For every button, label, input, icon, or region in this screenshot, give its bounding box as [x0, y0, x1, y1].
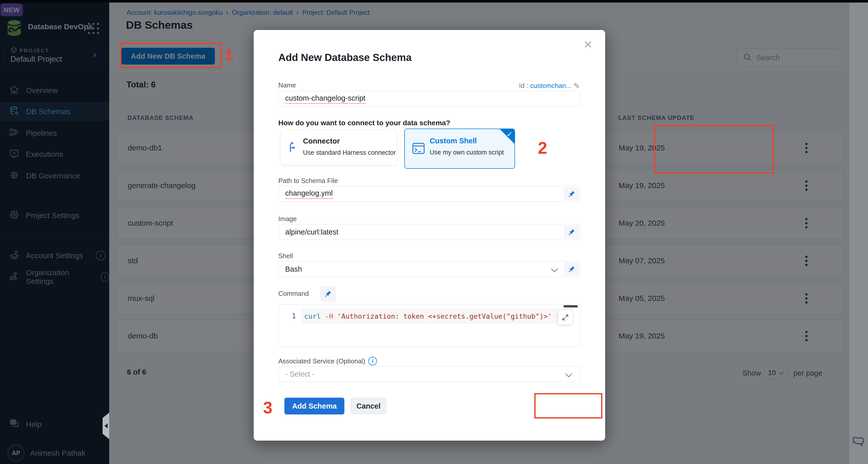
custom-shell-title: Custom Shell — [430, 137, 504, 145]
editor-scrollbar[interactable] — [563, 305, 578, 308]
modal-title: Add New Database Schema — [278, 52, 412, 63]
connect-question: How do you want to connect to your data … — [278, 119, 450, 127]
edit-id-pencil-icon[interactable]: ✎ — [574, 81, 580, 90]
chat-widget-icon[interactable] — [851, 435, 865, 450]
id-value[interactable]: customchan... — [530, 82, 571, 90]
path-input-value: changelog.yml — [285, 189, 333, 199]
pin-icon[interactable] — [564, 187, 579, 201]
option-card-connector[interactable]: Connector Use standard Harness connector — [280, 129, 397, 165]
annotation-number-1: 1 — [224, 46, 233, 64]
chevron-down-icon — [565, 371, 572, 377]
command-text: curl -H 'Authorization: token <+secrets.… — [302, 312, 572, 320]
shell-label: Shell — [278, 252, 293, 260]
image-label: Image — [278, 215, 297, 223]
associated-service-label: Associated Service (Optional) — [278, 357, 365, 365]
cancel-button[interactable]: Cancel — [350, 398, 386, 414]
shell-select-value: Bash — [285, 265, 302, 273]
annotation-number-2: 2 — [538, 138, 547, 157]
annotation-number-3: 3 — [263, 398, 273, 417]
annotation-box-1 — [120, 43, 221, 68]
annotation-box-3 — [534, 393, 602, 418]
annotation-box-2 — [654, 125, 774, 173]
pin-icon[interactable] — [564, 262, 579, 276]
code-line: curl -H 'Authorization: token <+secrets.… — [302, 309, 572, 323]
image-input-value: alpine/curl:latest — [285, 228, 339, 236]
connector-icon — [287, 141, 300, 155]
close-icon[interactable]: ✕ — [583, 39, 593, 50]
custom-shell-subtitle: Use my own custom script — [430, 149, 504, 156]
command-label: Command — [278, 290, 309, 297]
id-key-label: Id : — [519, 82, 528, 90]
path-label: Path to Schema File — [278, 177, 338, 185]
info-icon[interactable]: i — [368, 357, 377, 366]
chevron-down-icon — [551, 265, 558, 272]
image-input[interactable]: alpine/curl:latest — [278, 224, 580, 240]
name-input[interactable]: custom-changelog-script — [278, 91, 580, 107]
option-card-custom-shell[interactable]: ✓ Custom Shell Use my own custom script — [404, 128, 515, 169]
chevron-left-icon — [104, 423, 108, 429]
command-code-editor[interactable]: 1 curl -H 'Authorization: token <+secret… — [278, 304, 581, 347]
window-top-bar — [0, 0, 868, 3]
app-root: NEW Database DevOps — [0, 0, 868, 464]
add-schema-modal: ✕ Add New Database Schema Name Id : cust… — [254, 30, 605, 441]
entity-id-row: Id : customchan... ✎ — [519, 81, 580, 90]
terminal-icon — [411, 141, 426, 156]
add-schema-button[interactable]: Add Schema — [284, 398, 344, 414]
name-input-value: custom-changelog-script — [285, 94, 366, 104]
command-pin-button[interactable] — [320, 286, 336, 301]
pin-icon[interactable] — [564, 225, 579, 239]
expand-editor-icon[interactable] — [558, 310, 572, 325]
name-label: Name — [278, 81, 296, 89]
line-number: 1 — [292, 312, 296, 320]
associated-service-row: Associated Service (Optional) i — [278, 357, 377, 366]
shell-select[interactable]: Bash — [278, 261, 580, 277]
browser-scrollbar-track[interactable] — [849, 3, 868, 464]
path-input[interactable]: changelog.yml — [278, 186, 580, 202]
connector-title: Connector — [303, 137, 396, 145]
associated-service-value: - Select - — [285, 370, 315, 378]
check-icon: ✓ — [507, 130, 513, 139]
connector-subtitle: Use standard Harness connector — [303, 149, 396, 156]
associated-service-select[interactable]: - Select - — [278, 366, 580, 382]
